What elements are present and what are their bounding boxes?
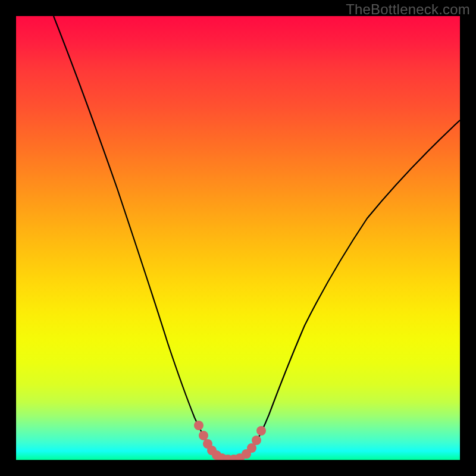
marker-dot	[194, 421, 203, 430]
chart-frame: TheBottleneck.com	[0, 0, 476, 476]
bottleneck-curve-path	[54, 16, 460, 460]
marker-dot	[199, 431, 208, 440]
plot-area	[16, 16, 460, 460]
marker-dot	[252, 436, 261, 445]
watermark-text: TheBottleneck.com	[346, 1, 470, 18]
marker-dot	[256, 426, 266, 436]
marker-dots-group	[194, 421, 266, 460]
curve-svg	[16, 16, 460, 460]
